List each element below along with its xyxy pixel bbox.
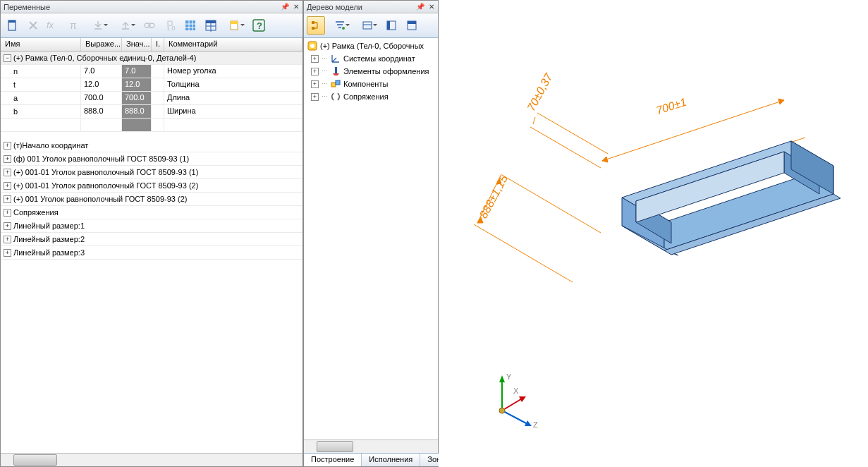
fx-icon[interactable]: fx bbox=[44, 16, 63, 35]
info-icon[interactable]: 1.0 bbox=[161, 16, 179, 35]
var-row[interactable]: b888.0888.0Ширина bbox=[1, 105, 302, 119]
layout2-icon[interactable] bbox=[403, 16, 421, 35]
svg-point-5 bbox=[149, 23, 154, 28]
tree-view-icon[interactable] bbox=[307, 16, 325, 35]
col-val[interactable]: Знач... bbox=[122, 38, 152, 51]
svg-line-44 bbox=[502, 411, 529, 425]
svg-rect-1 bbox=[8, 20, 16, 23]
close-icon[interactable]: ✕ bbox=[427, 2, 436, 12]
tree-row[interactable]: +(ф) 001 Уголок равнополочный ГОСТ 8509-… bbox=[1, 152, 302, 166]
col-comment[interactable]: Комментарий bbox=[164, 38, 302, 51]
svg-rect-24 bbox=[331, 83, 336, 87]
variables-toolbar: fx π 1.0 ? bbox=[1, 13, 302, 38]
variables-group-row[interactable]: −(+) Рамка (Тел-0, Сборочных единиц-0, Д… bbox=[1, 51, 302, 65]
svg-point-47 bbox=[499, 408, 505, 413]
svg-line-41 bbox=[502, 398, 523, 411]
tree-item[interactable]: +⋯ Компоненты bbox=[304, 78, 438, 90]
svg-text:X: X bbox=[513, 387, 519, 395]
tree-titlebar[interactable]: Дерево модели 📌 ✕ bbox=[304, 1, 438, 13]
mates-icon bbox=[330, 91, 341, 102]
svg-line-32 bbox=[602, 100, 784, 161]
svg-text:1.0: 1.0 bbox=[166, 25, 176, 31]
pin-icon[interactable]: 📌 bbox=[280, 2, 290, 12]
tree-item[interactable]: +⋯ Элементы оформления bbox=[304, 65, 438, 78]
tree-row[interactable]: +Линейный размер:3 bbox=[1, 246, 302, 260]
expand-icon[interactable]: + bbox=[311, 80, 319, 88]
expand-icon[interactable]: + bbox=[4, 169, 11, 176]
grid2-icon[interactable] bbox=[202, 16, 220, 35]
variables-titlebar[interactable]: Переменные 📌 ✕ bbox=[1, 1, 302, 13]
tree-row[interactable]: +Линейный размер:1 bbox=[1, 219, 302, 233]
expand-icon[interactable]: + bbox=[4, 249, 11, 257]
col-i[interactable]: I. bbox=[152, 38, 164, 51]
col-name[interactable]: Имя bbox=[1, 38, 81, 51]
expand-icon[interactable]: + bbox=[4, 222, 11, 230]
tree-row[interactable]: +(+) 001 Уголок равнополочный ГОСТ 8509-… bbox=[1, 193, 302, 206]
tree-title: Дерево модели bbox=[307, 3, 414, 11]
variables-panel: Переменные 📌 ✕ fx π 1.0 ? Имя Выраже... … bbox=[0, 0, 303, 467]
svg-rect-25 bbox=[336, 80, 340, 85]
expand-icon[interactable]: + bbox=[4, 209, 11, 217]
svg-rect-18 bbox=[387, 21, 390, 30]
expand-icon[interactable]: + bbox=[311, 68, 319, 75]
expand-icon[interactable]: + bbox=[4, 195, 11, 203]
svg-rect-8 bbox=[185, 20, 195, 30]
var-row[interactable]: a700.0700.0Длина bbox=[1, 92, 302, 105]
expand-icon[interactable]: + bbox=[4, 155, 11, 163]
tree-item[interactable]: +⋯ Сопряжения bbox=[304, 90, 438, 103]
expand-icon[interactable]: + bbox=[4, 236, 11, 243]
svg-text:Z: Z bbox=[533, 420, 538, 429]
expand-icon[interactable]: + bbox=[4, 142, 11, 150]
pi-icon[interactable]: π bbox=[65, 16, 83, 35]
svg-marker-36 bbox=[477, 217, 483, 223]
expand-icon[interactable]: + bbox=[311, 55, 319, 63]
pin-icon[interactable]: 📌 bbox=[415, 2, 425, 12]
variables-hscroll[interactable] bbox=[1, 453, 302, 466]
expand-icon[interactable]: + bbox=[4, 182, 11, 190]
variables-body: −(+) Рамка (Тел-0, Сборочных единиц-0, Д… bbox=[1, 51, 302, 453]
axis-gizmo[interactable]: Y X Z bbox=[474, 368, 544, 439]
link-icon[interactable] bbox=[140, 16, 159, 35]
layout1-icon[interactable] bbox=[382, 16, 401, 35]
filter-icon[interactable] bbox=[327, 16, 353, 35]
var-row[interactable]: t12.012.0Толщина bbox=[1, 78, 302, 92]
tree-hscroll[interactable] bbox=[304, 439, 438, 453]
expand-icon[interactable]: + bbox=[311, 93, 319, 101]
tree-row[interactable]: +(+) 001-01 Уголок равнополочный ГОСТ 85… bbox=[1, 166, 302, 179]
tab-build[interactable]: Построение bbox=[304, 454, 362, 466]
tree-row[interactable]: +Сопряжения bbox=[1, 206, 302, 219]
svg-rect-23 bbox=[335, 67, 337, 73]
tree-tabs: Построение Исполнения Зоны bbox=[304, 453, 438, 466]
svg-marker-35 bbox=[778, 99, 784, 104]
svg-line-29 bbox=[530, 127, 601, 168]
insert-icon[interactable] bbox=[85, 16, 111, 35]
show-icon[interactable] bbox=[355, 16, 380, 35]
svg-line-26 bbox=[474, 224, 573, 282]
col-expr[interactable]: Выраже... bbox=[81, 38, 122, 51]
tree-row[interactable]: +(т)Начало координат bbox=[1, 139, 302, 152]
svg-text:Y: Y bbox=[506, 372, 512, 381]
collapse-icon[interactable]: − bbox=[4, 54, 11, 62]
tree-row[interactable]: +(+) 001-01 Уголок равнополочный ГОСТ 85… bbox=[1, 179, 302, 193]
tree-item[interactable]: +⋯ Системы координат bbox=[304, 52, 438, 65]
help-icon[interactable]: ? bbox=[250, 16, 268, 35]
tree-root[interactable]: (+) Рамка (Тел-0, Сборочных bbox=[304, 40, 438, 52]
style-icon bbox=[330, 66, 341, 77]
close-icon[interactable]: ✕ bbox=[291, 2, 301, 12]
export-icon[interactable] bbox=[113, 16, 138, 35]
model-tree: (+) Рамка (Тел-0, Сборочных +⋯ Системы к… bbox=[304, 38, 438, 439]
delete-icon[interactable] bbox=[24, 16, 42, 35]
var-row[interactable]: n7.07.0Номер уголка bbox=[1, 65, 302, 78]
new-var-icon[interactable] bbox=[4, 16, 22, 35]
svg-rect-10 bbox=[206, 20, 216, 23]
svg-marker-39 bbox=[499, 375, 505, 382]
svg-line-27 bbox=[502, 175, 601, 233]
grid1-icon[interactable] bbox=[181, 16, 200, 35]
var-row-empty[interactable] bbox=[1, 119, 302, 132]
viewport-3d[interactable]: 70±0,37 700±1 888±1,15 Y X Z bbox=[439, 0, 868, 467]
svg-rect-20 bbox=[408, 21, 416, 24]
tab-exec[interactable]: Исполнения bbox=[362, 454, 420, 466]
tree-row[interactable]: +Линейный размер:2 bbox=[1, 233, 302, 246]
highlight-icon[interactable] bbox=[222, 16, 247, 35]
svg-marker-34 bbox=[602, 157, 608, 162]
